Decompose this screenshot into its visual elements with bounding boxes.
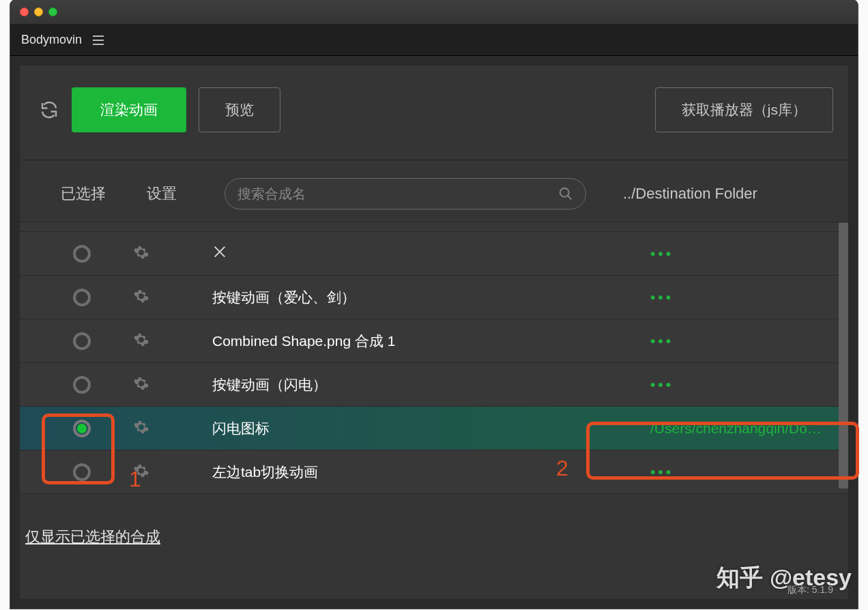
row-name: Combined Shape.png 合成 1 [212,332,650,351]
titlebar[interactable] [10,0,858,25]
col-selected: 已选择 [61,184,134,204]
minimize-window-button[interactable] [34,8,43,16]
row-name: 左边tab切换动画 [212,463,650,482]
row-dest[interactable]: ••• [650,377,848,393]
search-input[interactable]: 搜索合成名 [225,178,586,209]
annotation-number-1: 1 [129,467,141,492]
main-panel: 渲染动画 预览 获取播放器（js库） 已选择 设置 搜索合成名 ../Desti… [20,66,848,599]
row-dest[interactable]: ••• [650,246,848,262]
gear-icon[interactable] [133,332,149,351]
close-window-button[interactable] [20,8,29,16]
annotation-box-1 [42,413,115,484]
watermark: 知乎 @etesy [708,562,852,594]
svg-line-1 [568,196,572,200]
row-dest[interactable]: ••• [650,333,848,349]
preview-button[interactable]: 预览 [199,87,280,132]
app-window: Bodymovin 渲染动画 预览 获取播放器（js库） 已选择 设置 [10,0,858,609]
search-placeholder: 搜索合成名 [237,185,558,203]
row-name: 按键动画（闪电） [212,375,650,394]
crossed-swords-icon [212,244,227,259]
gear-icon[interactable] [133,288,149,307]
svg-point-0 [560,188,569,197]
row-name: 按键动画（爱心、剑） [212,288,650,307]
annotation-number-2: 2 [556,456,568,481]
annotation-box-2 [586,422,859,480]
select-toggle[interactable] [73,332,91,350]
zoom-window-button[interactable] [48,8,57,16]
get-player-button[interactable]: 获取播放器（js库） [655,87,833,132]
refresh-icon[interactable] [39,100,59,120]
col-destination: ../Destination Folder [623,185,757,203]
app-header: Bodymovin [10,25,858,56]
workarea: 渲染动画 预览 获取播放器（js库） 已选择 设置 搜索合成名 ../Desti… [10,56,858,609]
menu-icon[interactable] [93,35,104,45]
show-selected-only-link[interactable]: 仅显示已选择的合成 [25,527,160,547]
gear-icon[interactable] [133,244,149,263]
col-settings: 设置 [147,184,212,204]
list-header-spacer [20,222,848,232]
select-toggle[interactable] [73,245,91,263]
render-button[interactable]: 渲染动画 [72,87,186,132]
row-name [212,244,650,263]
app-title: Bodymovin [21,33,82,47]
row-name: 闪电图标 [212,419,650,438]
table-row[interactable]: ••• [20,232,848,276]
row-dest[interactable]: ••• [650,289,848,306]
column-headers: 已选择 设置 搜索合成名 ../Destination Folder [20,160,848,222]
table-row[interactable]: Combined Shape.png 合成 1 ••• [20,319,848,363]
table-row[interactable]: 按键动画（爱心、剑） ••• [20,276,848,319]
gear-icon[interactable] [133,419,149,438]
search-icon [558,186,573,201]
select-toggle[interactable] [73,289,91,306]
table-row[interactable]: 按键动画（闪电） ••• [20,363,848,407]
gear-icon[interactable] [133,375,149,394]
top-toolbar: 渲染动画 预览 获取播放器（js库） [20,66,848,160]
select-toggle[interactable] [73,376,91,394]
